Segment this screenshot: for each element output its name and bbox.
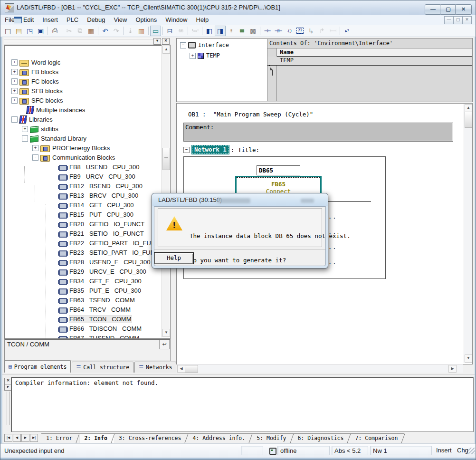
dialog-title-bar[interactable]: LAD/STL/FBD (30:150) bbox=[152, 193, 328, 206]
print-icon[interactable]: ⎙ bbox=[49, 26, 60, 36]
tree-item-fb13[interactable]: FB13 BRCV CPU_300 bbox=[5, 191, 162, 200]
tab-cross-references[interactable]: 3: Cross-references bbox=[114, 433, 188, 443]
expander-icon[interactable]: - bbox=[22, 135, 28, 142]
open-branch-icon[interactable]: ↳ bbox=[305, 26, 316, 36]
tab-diagnostics[interactable]: 6: Diagnostics bbox=[293, 433, 351, 443]
comment-box[interactable]: Comment: bbox=[183, 123, 453, 142]
menu-item[interactable]: Insert bbox=[38, 15, 62, 24]
tree-item-fb22[interactable]: FB22 GETIO_PART IO_FUNCT bbox=[5, 238, 162, 248]
help-button[interactable]: Help bbox=[154, 253, 193, 264]
contact-no-icon[interactable]: ⊣⊢ bbox=[262, 26, 273, 36]
tree-item-fb35[interactable]: FB35 PUT_E CPU_300 bbox=[5, 286, 162, 295]
tree-item-fb34[interactable]: FB34 GET_E CPU_300 bbox=[5, 276, 162, 286]
tree-item-fb28[interactable]: FB28 USEND_E CPU_300 bbox=[5, 257, 162, 267]
close-button[interactable]: ✕ bbox=[455, 4, 472, 15]
mdi-restore-button[interactable]: ▢ bbox=[453, 16, 463, 24]
new-icon[interactable]: □ bbox=[2, 26, 13, 36]
scroll-right-icon[interactable]: ▶ bbox=[448, 365, 457, 373]
minimize-button[interactable]: — bbox=[425, 4, 441, 15]
tab-comparison[interactable]: 7: Comparison bbox=[350, 433, 404, 443]
cut-icon[interactable]: ✂ bbox=[64, 26, 75, 36]
insert-element-button[interactable]: ↩ bbox=[159, 340, 170, 349]
open-icon[interactable]: ▤ bbox=[13, 26, 24, 36]
tree-item-sfc-blocks[interactable]: + SFC blocks bbox=[5, 96, 162, 105]
editor-vscrollbar[interactable]: ▲ ▼ bbox=[464, 104, 472, 363]
address-identification-icon[interactable]: ⁞⁞ bbox=[226, 26, 237, 36]
close-branch-icon[interactable]: ↱ bbox=[316, 26, 327, 36]
scroll-thumb[interactable] bbox=[465, 112, 472, 128]
monitor-glasses-icon[interactable]: 66 bbox=[175, 26, 186, 36]
undo-icon[interactable]: ↶ bbox=[100, 26, 111, 36]
menu-item[interactable]: Help bbox=[192, 15, 213, 24]
interface-node[interactable]: − Interface bbox=[177, 41, 267, 49]
menu-item[interactable]: Options bbox=[131, 15, 161, 24]
expander-icon[interactable]: + bbox=[11, 69, 18, 75]
catalog-close-icon[interactable]: ✕ bbox=[162, 38, 170, 45]
mdi-minimize-button[interactable]: — bbox=[444, 16, 454, 24]
network-expander-icon[interactable]: − bbox=[183, 147, 190, 153]
next-tab-button[interactable]: ▶ bbox=[21, 434, 29, 442]
last-tab-button[interactable]: ▶| bbox=[30, 434, 38, 442]
tree-item-profienergy-blocks[interactable]: + PROFIenergy Blocks bbox=[5, 143, 162, 153]
catalog-menu-button[interactable]: ▾ bbox=[153, 38, 161, 45]
tree-item-fc-blocks[interactable]: + FC blocks bbox=[5, 77, 162, 86]
tree-item-stdlibs[interactable]: + stdlibs bbox=[5, 124, 162, 134]
editor-hscrollbar[interactable]: ◀ ▶ bbox=[177, 364, 463, 373]
expander-icon[interactable]: + bbox=[11, 59, 18, 66]
tree-item-fb-blocks[interactable]: + FB blocks bbox=[5, 67, 162, 77]
coil-icon[interactable]: -( ) bbox=[284, 26, 295, 36]
temp-node[interactable]: + TEMP bbox=[177, 51, 267, 60]
tree-item-libraries[interactable]: - Libraries bbox=[5, 115, 162, 124]
temp-declaration-row[interactable]: TEMP bbox=[267, 57, 472, 66]
name-column-header[interactable]: Name bbox=[277, 48, 472, 57]
catalog-gripper[interactable] bbox=[4, 38, 170, 44]
help-cursor-icon[interactable]: ▸? bbox=[342, 26, 352, 36]
tree-item-fb64[interactable]: FB64 TRCV COMM bbox=[5, 305, 162, 314]
tab-modify[interactable]: 5: Modify bbox=[252, 433, 293, 443]
open-online-icon[interactable]: ◳ bbox=[24, 26, 35, 36]
call-structure-icon[interactable]: ≣ bbox=[237, 26, 248, 36]
menu-item[interactable]: Window bbox=[161, 15, 191, 24]
tab-address-info[interactable]: 4: Address info. bbox=[188, 433, 252, 443]
expander-icon[interactable]: - bbox=[11, 116, 18, 123]
scroll-down-icon[interactable]: ▼ bbox=[465, 355, 472, 363]
title-bar[interactable]: LAD/STL/FBD - [OB1 -- "CYCL_EXC" -- TCP_… bbox=[0, 0, 476, 15]
expander-icon[interactable]: + bbox=[22, 126, 28, 132]
tab-info[interactable]: 2: Info bbox=[79, 433, 114, 443]
mdi-document-icon[interactable] bbox=[14, 17, 22, 23]
network-overview-icon[interactable]: ▩ bbox=[248, 26, 258, 36]
tree-item-fb9[interactable]: FB9 URCV CPU_300 bbox=[5, 172, 162, 181]
expander-icon[interactable]: + bbox=[32, 145, 38, 151]
jump-limits-icon[interactable]: !«»! bbox=[190, 26, 200, 36]
tree-item-fb15[interactable]: FB15 PUT CPU_300 bbox=[5, 210, 162, 219]
tree-item-standard-library[interactable]: - Standard Library bbox=[5, 134, 162, 143]
tree-item-fb63[interactable]: FB63 TSEND COMM bbox=[5, 295, 162, 305]
tree-item-fb29[interactable]: FB29 URCV_E CPU_300 bbox=[5, 267, 162, 276]
scroll-thumb[interactable] bbox=[162, 148, 170, 170]
scroll-down-icon[interactable]: ▼ bbox=[162, 329, 170, 337]
menu-item[interactable]: PLC bbox=[62, 15, 83, 24]
tree-item-fb12[interactable]: FB12 BSEND CPU_300 bbox=[5, 181, 162, 191]
tree-item-communication-blocks[interactable]: - Communication Blocks bbox=[5, 153, 162, 162]
expander-icon[interactable]: + bbox=[190, 53, 196, 59]
expander-icon[interactable]: − bbox=[180, 42, 186, 48]
expander-icon[interactable]: + bbox=[11, 88, 18, 94]
tree-item-fb8[interactable]: FB8 USEND CPU_300 bbox=[5, 162, 162, 172]
update-call-icon[interactable]: ⇣ bbox=[125, 26, 136, 36]
menu-item[interactable]: Debug bbox=[83, 15, 109, 24]
contact-nc-icon[interactable]: ⊣/⊢ bbox=[273, 26, 284, 36]
tree-item-fb21[interactable]: FB21 SETIO IO_FUNCT bbox=[5, 229, 162, 238]
network-label[interactable]: Network 1 bbox=[192, 145, 229, 154]
overview-window-icon[interactable]: ◨ bbox=[215, 26, 226, 36]
scroll-up-icon[interactable]: ▲ bbox=[465, 104, 472, 112]
tree-item-fb20[interactable]: FB20 GETIO IO_FUNCT bbox=[5, 219, 162, 229]
redo-icon[interactable]: ↷ bbox=[111, 26, 122, 36]
expander-icon[interactable]: + bbox=[11, 78, 18, 85]
scroll-up-icon[interactable]: ▲ bbox=[162, 46, 170, 54]
symbol-info-icon[interactable]: ⊟ bbox=[164, 26, 175, 36]
instance-db-box[interactable]: DB65 bbox=[257, 165, 300, 175]
menu-item[interactable]: View bbox=[109, 15, 131, 24]
tab-networks[interactable]: ☰ Networks bbox=[134, 362, 176, 373]
tree-item-word-logic[interactable]: + Word logic bbox=[5, 58, 162, 67]
save-icon[interactable]: ▣ bbox=[35, 26, 46, 36]
